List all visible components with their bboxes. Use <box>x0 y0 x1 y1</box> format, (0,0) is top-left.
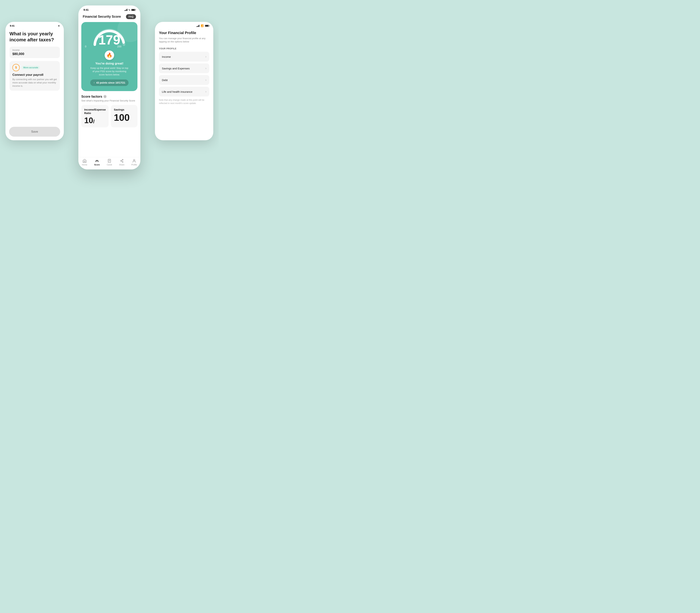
factor-card-income-expense: Income/Expense Ratio 10/ <box>81 105 109 127</box>
left-title: What is your yearly income after taxes? <box>10 31 60 43</box>
score-factors-header: Score factors i <box>81 95 138 99</box>
fire-circle: 🔥 <box>105 51 114 60</box>
profile-icon <box>132 159 136 163</box>
right-status-bar: 9:41 📶 <box>155 22 213 29</box>
right-subtitle: You can manage your financial profile at… <box>159 37 209 43</box>
profile-section-label: YOUR PROFILE <box>159 47 209 50</box>
right-content: Your Financial Profile You can manage yo… <box>155 29 213 107</box>
factor-card-income-value: 10/ <box>84 116 106 125</box>
center-status-bar: 9:41 ∿ <box>78 5 140 13</box>
profile-item-savings-label: Savings and Expenses <box>162 67 190 70</box>
more-accurate-badge: More accurate <box>22 66 40 69</box>
chevron-icon-insurance: › <box>205 90 206 93</box>
profile-item-debt-label: Debt <box>162 79 168 82</box>
score-icon <box>95 159 99 163</box>
chevron-icon-debt: › <box>205 78 206 82</box>
dollar-icon: $ <box>12 64 20 71</box>
income-value: $80,000 <box>12 52 57 56</box>
nav-item-share[interactable]: Share <box>116 159 128 166</box>
center-time: 9:41 <box>84 8 89 11</box>
profile-item-debt[interactable]: Debt › <box>159 75 209 85</box>
left-time: 9:41 <box>10 24 15 27</box>
faq-button[interactable]: FAQ <box>126 14 136 19</box>
nav-item-score[interactable]: Score <box>91 159 103 166</box>
nav-item-profile[interactable]: Profile <box>128 159 140 166</box>
score-factors-section: Score factors i See what's impacting you… <box>78 91 140 131</box>
chevron-icon-savings: › <box>205 67 206 70</box>
profile-item-insurance[interactable]: Life and health insurance › <box>159 87 209 96</box>
right-footer: Note that any change made at this point … <box>159 99 209 105</box>
left-content: What is your yearly income after taxes? … <box>5 29 64 93</box>
fire-icon: 🔥 <box>106 52 112 58</box>
connect-payroll-card: $ More accurate Connect your payroll By … <box>10 61 60 91</box>
points-badge: ↑ 43 points since 10/17/21 <box>90 79 129 86</box>
nav-item-home[interactable]: Home <box>78 159 91 166</box>
score-great-label: You're doing great! <box>85 62 134 65</box>
center-phone: 9:41 ∿ Financial Security Score FAQ 179 <box>78 5 140 169</box>
score-factors-sub: See what's impacting your Financial Secu… <box>81 99 138 102</box>
left-status-dot <box>58 25 60 26</box>
center-title: Financial Security Score <box>83 15 121 18</box>
score-number: 179 <box>99 33 120 47</box>
battery-icon <box>205 25 209 27</box>
score-factors-title: Score factors <box>81 95 102 99</box>
nav-label-candi: Candi <box>107 164 112 166</box>
factor-card-savings: Savings 100 <box>111 105 138 127</box>
profile-item-insurance-label: Life and health insurance <box>162 90 192 93</box>
income-label: Income <box>12 49 57 51</box>
factor-cards-row: Income/Expense Ratio 10/ Savings 100 <box>81 105 138 127</box>
nav-item-candi[interactable]: Candi <box>103 159 116 166</box>
left-status-bar: 9:41 <box>5 22 64 29</box>
chevron-icon-income: › <box>205 55 206 58</box>
profile-item-income-label: Income <box>162 55 171 58</box>
connect-desc: By connecting with our partner you will … <box>12 78 57 88</box>
center-wifi-icon: ∿ <box>128 9 130 11</box>
factor-card-savings-title: Savings <box>114 108 135 112</box>
center-battery-icon <box>131 9 135 11</box>
info-icon: i <box>103 95 107 98</box>
right-title: Your Financial Profile <box>159 31 209 35</box>
candi-icon <box>107 159 112 163</box>
up-arrow-icon: ↑ <box>93 81 95 84</box>
save-btn-container: Save <box>9 127 60 136</box>
center-status-icons: ∿ <box>125 9 136 11</box>
gauge-container: 179 <box>85 26 134 47</box>
signal-bars-icon <box>196 25 200 27</box>
score-card: 179 0 200 🔥 You're doing great! Keep up … <box>81 22 138 91</box>
svg-point-6 <box>122 159 123 160</box>
profile-item-income[interactable]: Income › <box>159 52 209 62</box>
bottom-nav: Home Score Candi <box>78 157 140 169</box>
svg-line-9 <box>122 161 122 162</box>
score-subtitle: Keep up the great work! Stay on top of y… <box>89 66 129 77</box>
save-button[interactable]: Save <box>9 127 60 136</box>
factor-card-income-title: Income/Expense Ratio <box>84 108 106 115</box>
nav-label-share: Share <box>119 164 124 166</box>
nav-label-score: Score <box>94 164 100 166</box>
income-input-group[interactable]: Income $80,000 <box>10 47 60 58</box>
wifi-icon: 📶 <box>201 24 204 27</box>
share-icon <box>119 159 124 163</box>
svg-point-5 <box>121 160 122 161</box>
nav-label-profile: Profile <box>131 164 137 166</box>
svg-line-8 <box>122 160 122 161</box>
factor-card-savings-value: 100 <box>114 113 135 122</box>
connect-title: Connect your payroll <box>12 73 57 77</box>
right-phone: 9:41 📶 Your Financial Profile You can ma… <box>155 22 213 140</box>
home-icon <box>82 159 87 163</box>
profile-item-savings[interactable]: Savings and Expenses › <box>159 63 209 73</box>
svg-point-7 <box>122 161 123 162</box>
center-header: Financial Security Score FAQ <box>78 13 140 22</box>
svg-point-10 <box>133 159 135 161</box>
center-signal-bars <box>125 9 128 11</box>
right-status-icons: 📶 <box>196 24 209 27</box>
connect-card-header: $ More accurate <box>12 64 57 71</box>
points-text: 43 points since 10/17/21 <box>96 81 125 84</box>
left-phone: 9:41 What is your yearly income after ta… <box>5 22 64 140</box>
nav-label-home: Home <box>82 164 87 166</box>
